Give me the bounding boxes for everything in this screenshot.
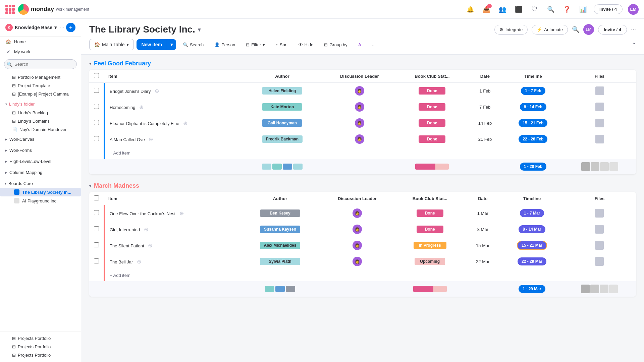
integrate-button[interactable]: ⚙ Integrate [494, 25, 528, 35]
timeline-badge[interactable]: 1 - 7 Feb [521, 87, 545, 95]
disc-leader-avatar[interactable]: 👩 [353, 225, 362, 234]
status-badge[interactable]: Done [419, 119, 445, 127]
sidebar-item-lindys-domains[interactable]: ⊞ Lindy's Domains [0, 117, 81, 125]
sidebar-item-home[interactable]: 🏠 Home [0, 37, 81, 47]
row-checkbox[interactable] [94, 226, 99, 231]
disc-leader-avatar[interactable]: 👩 [355, 86, 364, 96]
author-badge[interactable]: Fredrik Backman [262, 135, 303, 143]
sidebar-item-projects-portfolio-1[interactable]: ⊞ Projects Portfolio [0, 334, 81, 343]
add-item-row[interactable]: + Add item [89, 147, 636, 159]
group-title-feel-good-february[interactable]: Feel Good February [94, 60, 151, 67]
row-checkbox[interactable] [94, 258, 99, 263]
user-avatar[interactable]: LM [628, 4, 639, 15]
admin-button[interactable]: 🛡 [529, 4, 540, 15]
disc-leader-avatar[interactable]: 👩 [353, 257, 362, 266]
sidebar-item-noys-domain[interactable]: 📄 Noy's Domain Handover [0, 125, 81, 134]
author-badge[interactable]: Alex Michaelides [260, 242, 301, 249]
timeline-badge[interactable]: 8 - 14 Mar [519, 225, 545, 233]
invite-button[interactable]: Invite / 4 [594, 4, 623, 14]
group-title-march-madness[interactable]: March Madness [94, 182, 139, 189]
timeline-badge[interactable]: 8 - 14 Feb [520, 103, 546, 111]
app-grid-icon[interactable] [5, 5, 15, 14]
group-toggle-feel-good-february[interactable]: ▾ [89, 61, 91, 66]
sidebar-item-mywork[interactable]: ✔ My work [0, 47, 81, 57]
workforms-group-header[interactable]: ▶ WorkForms [0, 146, 81, 155]
new-item-label[interactable]: New item [137, 39, 167, 50]
group-toggle-march-madness[interactable]: ▾ [89, 184, 91, 188]
disc-leader-avatar[interactable]: 👩 [355, 118, 364, 128]
search-toolbar-button[interactable]: 🔍 Search [179, 40, 208, 49]
search-button[interactable]: 🔍 [545, 4, 556, 15]
header-user-avatar[interactable]: LM [583, 24, 594, 35]
row-add-icon[interactable]: ⊕ [139, 104, 144, 110]
analytics-button[interactable]: 📊 [578, 4, 588, 15]
status-badge[interactable]: Done [419, 135, 445, 143]
new-item-arrow-icon[interactable]: ▾ [167, 39, 176, 50]
inbox-button[interactable]: 📥 6 [481, 4, 492, 15]
author-badge[interactable]: Gail Honeyman [262, 119, 302, 127]
highlevel-group-header[interactable]: ▶ High-Level/Low-Level [0, 157, 81, 166]
row-add-icon[interactable]: ⊕ [183, 120, 187, 126]
row-add-icon[interactable]: ⊕ [144, 227, 148, 232]
header-invite-button[interactable]: Invite / 4 [598, 25, 627, 35]
sidebar-item-projects-portfolio-3[interactable]: ⊞ Projects Portfolio [0, 351, 81, 359]
sort-button[interactable]: ↕ Sort [272, 40, 291, 49]
collapse-button[interactable]: ⌃ [632, 42, 636, 48]
ai-button[interactable]: A [354, 40, 365, 49]
status-badge[interactable]: Upcoming [415, 258, 445, 265]
timeline-badge[interactable]: 15 - 21 Mar [517, 241, 547, 250]
more-toolbar-button[interactable]: ··· [368, 40, 380, 49]
sidebar-item-portfolio-management[interactable]: ⊞ Portfolio Management [0, 73, 81, 81]
sidebar-item-library-society[interactable]: The Library Society In... [0, 188, 81, 196]
author-badge[interactable]: Ben Kesey [260, 209, 300, 217]
main-table-button[interactable]: 🏠 Main Table ▾ [89, 39, 134, 50]
person-filter-button[interactable]: 👤 Person [210, 40, 239, 49]
row-add-icon[interactable]: ⊕ [149, 136, 153, 142]
apps-button[interactable]: ⬛ [513, 4, 524, 15]
sidebar-item-ai-playground[interactable]: AI Playground inc. [0, 196, 81, 205]
timeline-badge[interactable]: 22 - 28 Feb [519, 135, 547, 143]
row-add-icon[interactable]: ⊕ [148, 243, 152, 248]
row-checkbox[interactable] [94, 242, 99, 247]
timeline-badge[interactable]: 15 - 21 Feb [519, 119, 547, 127]
author-badge[interactable]: Helen Fielding [262, 87, 302, 95]
workspace-more-button[interactable]: ··· [60, 25, 64, 30]
author-badge[interactable]: Kate Morton [262, 103, 302, 111]
group-by-button[interactable]: ⊞ Group by [320, 40, 351, 49]
select-all-checkbox-mar[interactable] [94, 195, 99, 200]
status-badge[interactable]: Done [417, 226, 443, 233]
sidebar-item-project-template[interactable]: ⊞ Project Template [0, 81, 81, 90]
timeline-badge[interactable]: 22 - 29 Mar [518, 257, 546, 265]
disc-leader-avatar[interactable]: 👩 [353, 208, 362, 218]
row-checkbox[interactable] [94, 104, 99, 109]
lindys-folder[interactable]: ▾ Lindy's folder [0, 100, 81, 109]
sidebar-item-projects-portfolio-2[interactable]: ⊞ Projects Portfolio [0, 343, 81, 351]
row-add-icon[interactable]: ⊕ [137, 259, 141, 264]
author-badge[interactable]: Susanna Kaysen [260, 226, 300, 233]
hide-button[interactable]: 👁 Hide [294, 40, 318, 49]
sidebar-item-lindys-backlog[interactable]: ⊞ Lindy's Backlog [0, 109, 81, 117]
row-checkbox[interactable] [94, 210, 99, 215]
workcanvas-group-header[interactable]: ▶ WorkCanvas [0, 135, 81, 143]
status-badge[interactable]: Done [417, 209, 443, 217]
automate-button[interactable]: ⚡ Automate [532, 25, 568, 35]
add-new-button[interactable]: + [66, 23, 75, 32]
disc-leader-avatar[interactable]: 🧑 [355, 134, 364, 144]
select-all-checkbox-feb[interactable] [94, 73, 99, 78]
status-badge[interactable]: Done [419, 87, 445, 95]
row-checkbox[interactable] [94, 136, 99, 141]
header-more-button[interactable]: ··· [631, 26, 636, 33]
add-item-row[interactable]: + Add item [89, 269, 636, 281]
author-badge[interactable]: Sylvia Plath [260, 258, 300, 265]
row-add-icon[interactable]: ⊕ [155, 88, 159, 94]
brand-logo[interactable]: monday work management [18, 4, 89, 15]
sidebar-search-input[interactable] [4, 59, 77, 69]
disc-leader-avatar[interactable]: 👩 [355, 102, 364, 112]
timeline-badge[interactable]: 1 - 7 Mar [520, 209, 544, 217]
people-button[interactable]: 👥 [497, 4, 508, 15]
header-search-button[interactable]: 🔍 [572, 26, 579, 33]
workspace-selector[interactable]: K Knowledge Base ▾ [5, 24, 57, 31]
board-title[interactable]: The Library Society Inc. ▾ [89, 24, 201, 35]
status-badge[interactable]: Done [419, 103, 445, 111]
row-checkbox[interactable] [94, 88, 99, 93]
